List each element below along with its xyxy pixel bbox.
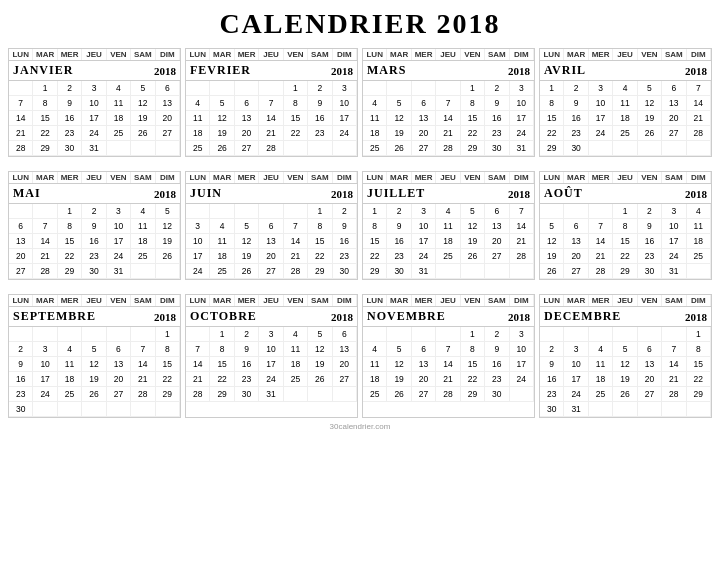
day-header-mer: MER: [58, 295, 82, 306]
day-cell: 29: [461, 387, 485, 402]
day-cell: 18: [589, 372, 613, 387]
day-header-mer: MER: [58, 49, 82, 60]
month-block-octobre: LUNMARMERJEUVENSAMDIMOCTOBRE201812345678…: [185, 294, 358, 418]
empty-day-cell: [510, 387, 534, 402]
day-cell: 9: [540, 357, 564, 372]
day-header-sam: SAM: [662, 295, 686, 306]
day-cell: 16: [485, 111, 509, 126]
day-header-dim: DIM: [156, 49, 180, 60]
day-cell: 17: [259, 357, 283, 372]
watermark: 30calendrier.com: [8, 422, 712, 431]
day-cell: 21: [284, 249, 308, 264]
empty-day-cell: [540, 327, 564, 342]
day-cell: 15: [284, 111, 308, 126]
day-cell: 21: [131, 372, 155, 387]
empty-day-cell: [510, 264, 534, 279]
day-cell: 25: [436, 249, 460, 264]
day-cell: 24: [662, 249, 686, 264]
day-cell: 6: [333, 327, 357, 342]
day-cell: 14: [662, 357, 686, 372]
day-cell: 15: [58, 234, 82, 249]
day-cell: 20: [485, 234, 509, 249]
day-cell: 1: [461, 81, 485, 96]
day-cell: 8: [58, 219, 82, 234]
day-header-dim: DIM: [156, 295, 180, 306]
day-cell: 9: [333, 219, 357, 234]
empty-day-cell: [284, 204, 308, 219]
day-header-mar: MAR: [33, 49, 57, 60]
day-cell: 26: [638, 126, 662, 141]
day-cell: 24: [33, 387, 57, 402]
day-cell: 19: [82, 372, 106, 387]
day-cell: 10: [186, 234, 210, 249]
day-cell: 1: [58, 204, 82, 219]
section-gap: [8, 284, 712, 290]
empty-day-cell: [82, 402, 106, 417]
day-cell: 30: [333, 264, 357, 279]
day-cell: 17: [510, 111, 534, 126]
day-cell: 13: [333, 342, 357, 357]
day-cell: 20: [9, 249, 33, 264]
day-cell: 9: [82, 219, 106, 234]
day-header-mer: MER: [235, 49, 259, 60]
empty-day-cell: [82, 327, 106, 342]
day-header-sam: SAM: [485, 49, 509, 60]
day-cell: 3: [33, 342, 57, 357]
day-header-mar: MAR: [564, 295, 588, 306]
day-cell: 30: [485, 141, 509, 156]
day-cell: 1: [284, 81, 308, 96]
day-cell: 13: [9, 234, 33, 249]
day-cell: 29: [210, 387, 234, 402]
day-cell: 30: [638, 264, 662, 279]
day-cell: 26: [308, 372, 332, 387]
day-header-jeu: JEU: [436, 49, 460, 60]
day-cell: 22: [284, 126, 308, 141]
days-grid: 1234567891011121314151617181920212223242…: [540, 81, 711, 156]
day-header-lun: LUN: [186, 49, 210, 60]
day-cell: 4: [687, 204, 711, 219]
day-cell: 24: [510, 372, 534, 387]
day-cell: 3: [107, 204, 131, 219]
day-header-jeu: JEU: [436, 295, 460, 306]
days-grid: 1234567891011121314151617181920212223242…: [540, 204, 711, 279]
day-cell: 14: [436, 111, 460, 126]
day-header-jeu: JEU: [82, 295, 106, 306]
days-grid: 1234567891011121314151617181920212223242…: [186, 81, 357, 156]
empty-day-cell: [687, 264, 711, 279]
day-cell: 17: [412, 234, 436, 249]
day-cell: 2: [235, 327, 259, 342]
day-cell: 23: [82, 249, 106, 264]
day-cell: 18: [284, 357, 308, 372]
day-header-dim: DIM: [156, 172, 180, 183]
day-header-sam: SAM: [662, 172, 686, 183]
empty-day-cell: [687, 141, 711, 156]
day-cell: 21: [436, 126, 460, 141]
day-cell: 4: [210, 219, 234, 234]
day-header-ven: VEN: [107, 49, 131, 60]
day-cell: 7: [687, 81, 711, 96]
day-cell: 15: [363, 234, 387, 249]
day-header-jeu: JEU: [259, 172, 283, 183]
day-header-lun: LUN: [540, 172, 564, 183]
day-cell: 6: [638, 342, 662, 357]
day-cell: 14: [33, 234, 57, 249]
day-cell: 9: [235, 342, 259, 357]
day-header-ven: VEN: [107, 172, 131, 183]
day-header-lun: LUN: [363, 49, 387, 60]
day-cell: 31: [412, 264, 436, 279]
days-grid: 1234567891011121314151617181920212223242…: [540, 327, 711, 417]
day-cell: 25: [363, 387, 387, 402]
day-cell: 4: [107, 81, 131, 96]
day-cell: 2: [387, 204, 411, 219]
month-name: FEVRIER: [190, 63, 251, 78]
empty-day-cell: [333, 387, 357, 402]
day-cell: 31: [564, 402, 588, 417]
day-cell: 28: [259, 141, 283, 156]
day-cell: 24: [333, 126, 357, 141]
day-cell: 18: [186, 126, 210, 141]
day-header-sam: SAM: [308, 295, 332, 306]
month-year: 2018: [508, 311, 530, 323]
day-cell: 10: [259, 342, 283, 357]
day-cell: 13: [259, 234, 283, 249]
day-cell: 26: [540, 264, 564, 279]
